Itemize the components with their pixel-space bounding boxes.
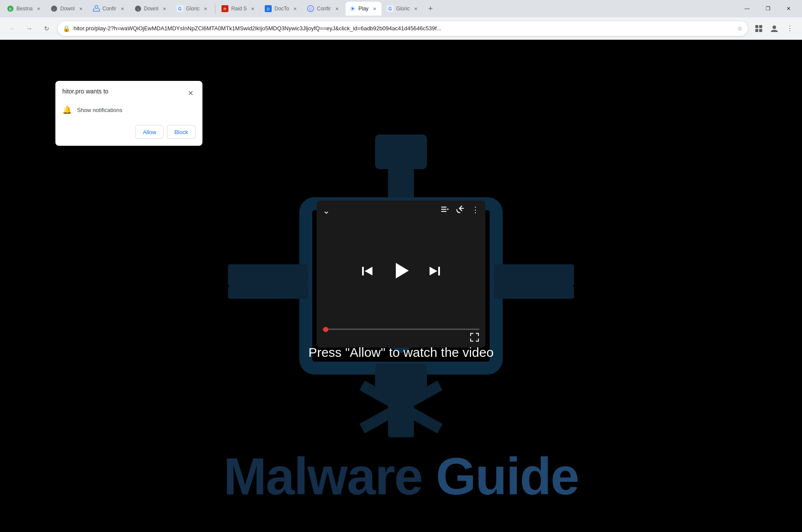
bookmark-star-icon[interactable]: ☆ [737,25,743,32]
svg-text:↓: ↓ [137,7,139,11]
tab-confir-1-close[interactable]: ✕ [119,5,126,12]
reload-button[interactable]: ↻ [40,22,54,35]
tab-raid-close[interactable]: ✕ [249,5,256,12]
tab-gloric-1[interactable]: G Gloric ✕ [173,2,212,16]
profile-button[interactable] [767,22,781,35]
back-button[interactable]: ← [5,22,19,35]
svg-rect-42 [438,267,440,276]
popup-close-icon: ✕ [188,89,193,97]
svg-rect-37 [441,211,446,212]
svg-marker-41 [396,263,409,279]
video-bottom-bar [317,325,485,348]
video-more-icon[interactable]: ⋮ [472,205,479,216]
video-controls [317,220,485,325]
svg-rect-19 [755,25,758,28]
tab-play[interactable]: Play ✕ [346,2,382,16]
video-progress-dot [323,327,328,332]
tab-play-close[interactable]: ✕ [371,5,378,12]
tab-bestna-favicon: B [7,5,14,12]
tab-raid[interactable]: R Raid S ✕ [218,2,260,16]
svg-rect-35 [441,207,446,208]
window-controls: — ❐ ✕ [737,2,799,16]
chrome-menu-button[interactable]: ⋮ [783,22,797,35]
svg-rect-28 [228,286,308,299]
video-next-button[interactable] [428,264,442,281]
svg-text:R: R [224,7,227,11]
page-content: Malware Guide ⌄ [0,40,802,532]
video-prev-button[interactable] [360,264,374,281]
tab-confir-1[interactable]: Confir ✕ [90,2,129,16]
svg-marker-43 [430,267,437,276]
video-fullscreen-button[interactable] [470,333,479,344]
tab-raid-label: Raid S [231,6,247,12]
minimize-button[interactable]: — [737,2,757,16]
tab-bestna[interactable]: B Bestna ✕ [3,2,45,16]
svg-point-4 [95,6,98,9]
popup-permission-row: 🔔 Show notifications [55,103,202,122]
tab-play-favicon [349,5,356,12]
tab-docto-close[interactable]: ✕ [292,5,298,12]
tab-download-2[interactable]: ↓ Downl ✕ [131,2,171,16]
svg-text:↓: ↓ [53,7,55,11]
tab-download-1-favicon: ↓ [51,5,58,12]
guide-text: Guide [422,447,578,505]
video-chevron-icon[interactable]: ⌄ [323,205,330,215]
svg-text:C: C [309,7,312,11]
omnibox[interactable]: 🔒 hitor.pro/play-2?h=waWQiOjEwMDA1MDYsIn… [57,21,748,36]
tab-gloric-2[interactable]: G Gloric ✕ [383,2,423,16]
press-allow-text: Press "Allow" to watch the video [308,345,494,360]
tab-docto[interactable]: D DocTo ✕ [261,2,302,16]
tab-confir-2-close[interactable]: ✕ [334,5,340,12]
svg-rect-21 [755,29,758,32]
video-share-icon[interactable] [456,205,465,216]
tab-download-1[interactable]: ↓ Downl ✕ [47,2,87,16]
video-bottom-right [323,333,479,344]
tab-confir-2[interactable]: C Confir ✕ [304,2,343,16]
svg-text:G: G [388,6,392,11]
title-bar: B Bestna ✕ ↓ Downl ✕ Confir ✕ ↓ Down [0,0,802,17]
tab-download-2-label: Downl [144,6,158,12]
tab-gloric-2-close[interactable]: ✕ [412,5,419,12]
tab-download-2-favicon: ↓ [135,5,141,12]
svg-point-23 [773,26,776,29]
forward-button[interactable]: → [22,22,36,35]
svg-rect-36 [441,209,446,210]
svg-rect-27 [228,264,308,286]
malware-guide-watermark: Malware Guide [224,446,579,506]
popup-close-button[interactable]: ✕ [185,88,196,98]
security-lock-icon: 🔒 [63,25,70,32]
tab-download-1-close[interactable]: ✕ [77,5,84,12]
popup-title: hitor.pro wants to [62,88,109,95]
tab-download-2-close[interactable]: ✕ [161,5,168,12]
tab-gloric-1-close[interactable]: ✕ [202,5,209,12]
tab-confir-2-label: Confir [317,6,330,12]
new-tab-button[interactable]: + [424,3,436,15]
malware-text: Malware [224,447,423,505]
video-play-button[interactable] [391,261,411,284]
tab-raid-favicon: R [221,5,228,12]
extensions-button[interactable] [752,22,766,35]
video-top-bar: ⌄ [317,201,485,220]
video-progress-bar[interactable] [323,329,479,330]
video-queue-icon[interactable] [440,205,449,216]
svg-marker-38 [447,208,449,210]
svg-rect-22 [759,29,762,32]
tab-confir-1-label: Confir [103,6,116,12]
svg-marker-40 [365,267,372,276]
svg-text:G: G [178,6,182,11]
close-button[interactable]: ✕ [779,2,799,16]
block-button[interactable]: Block [167,125,196,139]
video-progress-fill [323,329,326,330]
tab-gloric-2-favicon: G [387,5,394,12]
popup-permission-text: Show notifications [77,107,122,113]
allow-button[interactable]: Allow [135,125,164,139]
tab-gloric-2-label: Gloric [396,6,410,12]
toolbar-right: ⋮ [752,22,797,35]
tab-bestna-label: Bestna [16,6,32,12]
tab-download-1-label: Downl [60,6,74,12]
tab-bestna-close[interactable]: ✕ [35,5,42,12]
tab-docto-label: DocTo [274,6,289,12]
svg-rect-29 [494,264,574,286]
maximize-button[interactable]: ❐ [758,2,778,16]
svg-text:D: D [267,7,270,11]
